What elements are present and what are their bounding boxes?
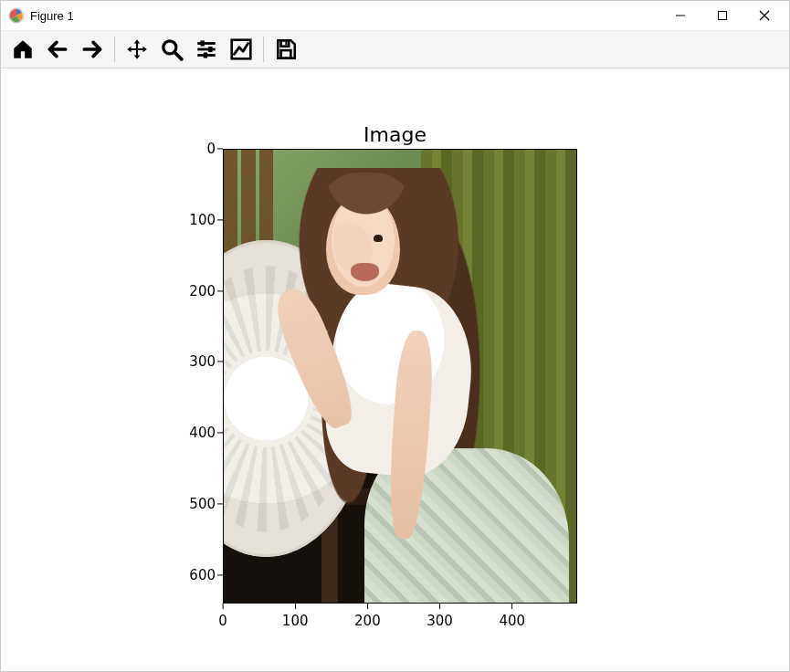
chart-line-icon bbox=[229, 37, 253, 61]
x-tick: 400 bbox=[499, 613, 525, 629]
save-icon bbox=[274, 37, 298, 61]
y-tick: 300 bbox=[170, 353, 216, 370]
svg-rect-15 bbox=[281, 50, 291, 58]
displayed-image bbox=[224, 150, 576, 603]
arrow-right-icon bbox=[80, 37, 104, 61]
close-button[interactable] bbox=[743, 1, 785, 30]
x-tick: 0 bbox=[218, 613, 227, 629]
configure-subplots-button[interactable] bbox=[190, 33, 223, 66]
zoom-icon bbox=[160, 37, 184, 61]
svg-rect-2 bbox=[719, 12, 727, 20]
minimize-button[interactable] bbox=[659, 1, 701, 30]
axes bbox=[223, 149, 577, 604]
x-tick: 200 bbox=[354, 613, 381, 629]
svg-rect-8 bbox=[201, 40, 205, 46]
window-title: Figure 1 bbox=[30, 9, 74, 23]
toolbar-separator bbox=[263, 37, 264, 62]
y-tick: 0 bbox=[170, 141, 216, 157]
home-icon bbox=[11, 37, 35, 61]
zoom-button[interactable] bbox=[155, 33, 188, 66]
y-tick: 100 bbox=[170, 212, 216, 228]
svg-rect-14 bbox=[281, 40, 290, 47]
move-icon bbox=[125, 37, 149, 61]
maximize-button[interactable] bbox=[701, 1, 743, 30]
figure-canvas[interactable]: Image 0 100 200 300 400 500 600 0 100 20… bbox=[1, 68, 789, 671]
back-button[interactable] bbox=[41, 33, 74, 66]
plot-title: Image bbox=[363, 123, 427, 146]
y-tick: 200 bbox=[170, 283, 216, 299]
x-tick: 100 bbox=[282, 613, 309, 629]
y-tick: 600 bbox=[170, 567, 216, 583]
svg-rect-16 bbox=[285, 41, 287, 45]
sliders-icon bbox=[195, 37, 218, 61]
svg-line-6 bbox=[174, 52, 182, 59]
y-tick: 400 bbox=[170, 425, 216, 441]
x-tick: 300 bbox=[427, 613, 453, 629]
svg-rect-12 bbox=[204, 52, 207, 58]
home-button[interactable] bbox=[6, 33, 39, 66]
svg-rect-10 bbox=[208, 47, 212, 52]
titlebar: Figure 1 bbox=[1, 1, 789, 30]
toolbar-separator bbox=[114, 37, 115, 62]
save-button[interactable] bbox=[269, 33, 302, 66]
forward-button[interactable] bbox=[76, 33, 109, 66]
edit-axis-button[interactable] bbox=[225, 33, 258, 66]
pan-button[interactable] bbox=[121, 33, 153, 66]
app-icon bbox=[8, 7, 25, 24]
arrow-left-icon bbox=[46, 37, 69, 61]
toolbar bbox=[1, 30, 789, 68]
y-tick: 500 bbox=[170, 496, 216, 512]
